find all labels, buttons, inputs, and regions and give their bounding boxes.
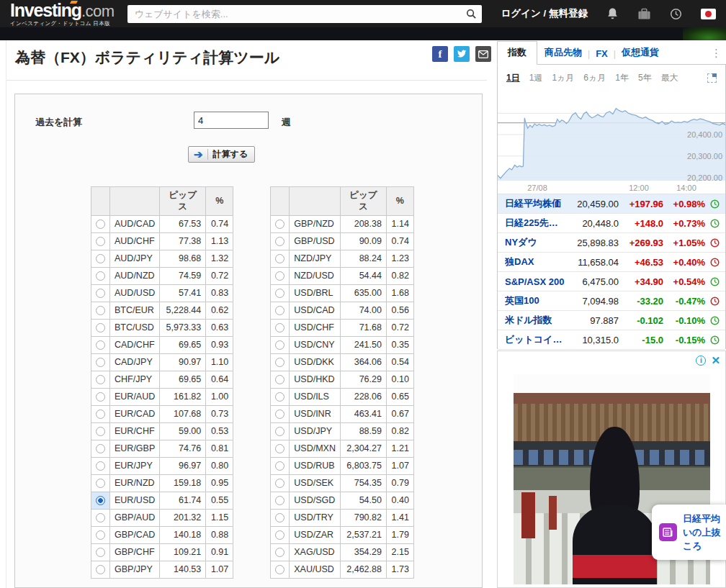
briefcase-icon[interactable] <box>637 8 651 20</box>
pair-radio-EUR/AUD[interactable] <box>96 392 105 402</box>
pair-radio-GBP/NZD[interactable] <box>275 220 284 229</box>
pair-radio-EUR/CHF[interactable] <box>96 427 105 436</box>
pair-radio-USD/RUB[interactable] <box>275 461 284 471</box>
pair-radio-CHF/JPY[interactable] <box>96 375 105 384</box>
range-1日[interactable]: 1日 <box>506 72 520 84</box>
quote-name[interactable]: 独DAX <box>505 255 567 268</box>
quote-name[interactable]: 米ドル指数 <box>505 314 567 327</box>
pair-radio-CAD/JPY[interactable] <box>96 358 105 367</box>
quote-row[interactable]: 独DAX11,658.04+46.53+0.40% <box>498 253 725 272</box>
expand-icon[interactable] <box>707 73 717 83</box>
japan-flag-icon[interactable] <box>701 9 716 19</box>
pair-radio-USD/SGD[interactable] <box>275 496 284 505</box>
index-chart[interactable]: 20,400.0020,300.0020,200.0027/0812:0014:… <box>498 90 725 194</box>
pair-radio-USD/JPY[interactable] <box>275 427 284 436</box>
pair-radio-AUD/CAD[interactable] <box>96 220 105 229</box>
pair-radio-BTC/EUR[interactable] <box>96 306 105 315</box>
quote-row[interactable]: 米ドル指数97.887-0.102-0.10% <box>498 311 725 330</box>
pair-radio-AUD/CHF[interactable] <box>96 237 105 246</box>
search-input[interactable] <box>127 5 482 23</box>
quote-name[interactable]: 日経平均株価 <box>505 197 567 210</box>
pair-radio-AUD/JPY[interactable] <box>96 254 105 263</box>
range-1週[interactable]: 1週 <box>529 72 543 84</box>
pair-radio-EUR/NZD[interactable] <box>96 479 105 488</box>
pair-radio-GBP/USD[interactable] <box>275 237 284 246</box>
news-notification-popup[interactable]: 日経平均いの上抜ころ <box>652 505 726 560</box>
quote-row[interactable]: 日経平均株価20,459.00+197.96+0.98% <box>498 194 725 214</box>
quote-change: -0.102 <box>619 315 663 326</box>
quote-row[interactable]: 日経225先…20,448.0+148.0+0.73% <box>498 214 725 233</box>
pair-radio-GBP/JPY[interactable] <box>96 565 105 574</box>
pair-row: GBP/CHF109.210.91 <box>91 543 233 561</box>
quote-change-pct: +0.98% <box>663 199 705 209</box>
range-5年[interactable]: 5年 <box>638 72 652 84</box>
pair-label: USD/MXN <box>290 440 341 457</box>
pair-radio-NZD/USD[interactable] <box>275 271 284 281</box>
quote-value: 20,448.0 <box>567 218 619 229</box>
pair-radio-GBP/CAD[interactable] <box>96 530 105 540</box>
investing-logo[interactable]: Investing.com インベスティング・ドットコム 日本版 <box>10 1 115 27</box>
tab-指数[interactable]: 指数 <box>497 41 537 65</box>
pair-radio-USD/DKK[interactable] <box>275 358 284 367</box>
quote-name[interactable]: NYダウ <box>505 236 567 249</box>
pair-radio-GBP/AUD[interactable] <box>96 513 105 523</box>
pair-radio-USD/CHF[interactable] <box>275 323 284 333</box>
kebab-menu-icon[interactable]: ⋮ <box>707 47 726 64</box>
pair-radio-USD/CAD[interactable] <box>275 306 284 315</box>
pair-radio-USD/SEK[interactable] <box>275 479 284 488</box>
calculate-button[interactable]: ➔ 計算する <box>188 146 255 163</box>
quote-change-pct: -0.47% <box>663 296 705 307</box>
login-signup-link[interactable]: ログイン / 無料登録 <box>501 7 588 20</box>
email-icon[interactable] <box>475 46 491 62</box>
adchoices-info-icon[interactable]: i <box>696 356 706 366</box>
quote-row[interactable]: NYダウ25,898.83+269.93+1.05% <box>498 233 725 253</box>
pair-radio-USD/CNY[interactable] <box>275 340 284 350</box>
pair-radio-USD/TRY[interactable] <box>275 513 284 523</box>
pair-row: CAD/CHF69.650.93 <box>91 336 233 353</box>
clock-icon[interactable] <box>670 8 682 20</box>
facebook-icon[interactable]: f <box>432 46 448 62</box>
pair-radio-USD/INR[interactable] <box>275 410 284 419</box>
quote-name[interactable]: S&P/ASX 200 <box>505 276 567 287</box>
quote-row[interactable]: ビットコイ…10,315.0-15.0-0.15% <box>498 330 725 350</box>
tab-FX[interactable]: FX <box>588 44 615 64</box>
pair-row: CHF/JPY69.650.64 <box>91 371 233 388</box>
quote-name[interactable]: ビットコイ… <box>505 333 567 346</box>
magnifier-icon[interactable] <box>465 7 479 22</box>
pair-radio-USD/ILS[interactable] <box>275 392 284 402</box>
pair-radio-NZD/JPY[interactable] <box>275 254 284 263</box>
pair-radio-AUD/NZD[interactable] <box>96 271 105 281</box>
pair-radio-USD/HKD[interactable] <box>275 375 284 384</box>
market-clock-icon <box>705 199 720 209</box>
pair-radio-BTC/USD[interactable] <box>96 323 105 333</box>
pair-radio-USD/MXN[interactable] <box>275 444 284 453</box>
twitter-icon[interactable] <box>454 46 470 62</box>
quote-row[interactable]: S&P/ASX 2006,475.00+34.90+0.54% <box>498 272 725 291</box>
range-最大[interactable]: 最大 <box>661 72 678 84</box>
pair-radio-CAD/CHF[interactable] <box>96 340 105 350</box>
pair-radio-XAG/USD[interactable] <box>275 548 284 557</box>
quote-row[interactable]: 英国1007,094.98-33.20-0.47% <box>498 291 725 311</box>
tab-仮想通貨[interactable]: 仮想通貨 <box>614 42 666 64</box>
quote-name[interactable]: 日経225先… <box>505 217 567 230</box>
period-input[interactable] <box>194 112 269 129</box>
range-1年[interactable]: 1年 <box>615 72 629 84</box>
pair-row: AUD/CAD67.530.74 <box>91 215 233 232</box>
bell-icon[interactable] <box>606 7 619 20</box>
pair-radio-EUR/JPY[interactable] <box>96 461 105 471</box>
pair-radio-GBP/CHF[interactable] <box>96 548 105 557</box>
range-1ヵ月[interactable]: 1ヵ月 <box>552 72 574 84</box>
quote-name[interactable]: 英国100 <box>505 294 567 307</box>
pair-radio-EUR/USD[interactable] <box>96 496 105 505</box>
pair-radio-XAU/USD[interactable] <box>275 565 284 574</box>
pair-radio-EUR/GBP[interactable] <box>96 444 105 453</box>
pair-pips: 6,803.75 <box>340 457 386 474</box>
close-icon[interactable]: ✕ <box>711 355 720 366</box>
pair-radio-USD/ZAR[interactable] <box>275 530 284 540</box>
pair-radio-EUR/CAD[interactable] <box>96 410 105 419</box>
tab-商品先物[interactable]: 商品先物 <box>537 42 589 64</box>
pair-radio-USD/BRL[interactable] <box>275 289 284 298</box>
range-6ヵ月[interactable]: 6ヵ月 <box>583 72 606 84</box>
pair-radio-AUD/USD[interactable] <box>96 289 105 298</box>
volatility-table-left: ピップス%AUD/CAD67.530.74AUD/CHF77.381.13AUD… <box>91 186 233 579</box>
